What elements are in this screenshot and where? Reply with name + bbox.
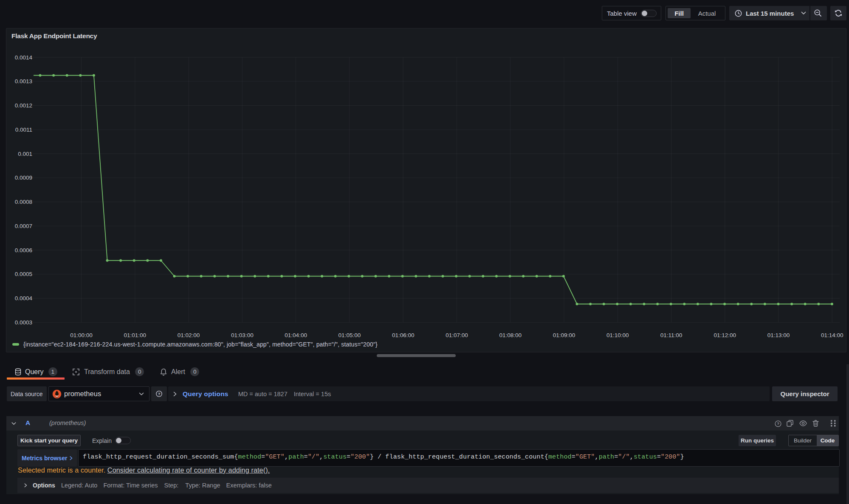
svg-text:?: ? [777,421,779,426]
svg-text:01:05:00: 01:05:00 [338,332,361,338]
svg-text:0.0004: 0.0004 [15,295,33,301]
svg-text:01:07:00: 01:07:00 [446,332,468,338]
svg-text:0.0012: 0.0012 [15,102,32,109]
svg-text:01:02:00: 01:02:00 [178,332,200,338]
svg-text:01:06:00: 01:06:00 [392,332,415,338]
svg-text:01:11:00: 01:11:00 [660,332,683,338]
svg-text:01:08:00: 01:08:00 [499,332,522,338]
svg-text:0.0008: 0.0008 [15,199,32,205]
svg-text:0.0011: 0.0011 [15,127,32,133]
svg-text:01:03:00: 01:03:00 [231,332,254,338]
svg-text:01:04:00: 01:04:00 [285,332,307,338]
svg-text:01:09:00: 01:09:00 [553,332,575,338]
svg-text:01:00:00: 01:00:00 [70,332,93,338]
svg-text:0.001: 0.001 [18,151,32,157]
svg-text:0.0013: 0.0013 [15,78,32,84]
svg-text:0.0005: 0.0005 [15,271,32,277]
svg-text:01:14:00: 01:14:00 [821,332,843,338]
svg-text:0.0003: 0.0003 [15,319,32,326]
svg-text:0.0009: 0.0009 [15,175,32,181]
svg-text:01:12:00: 01:12:00 [714,332,736,338]
svg-text:?: ? [158,392,161,396]
svg-text:0.0014: 0.0014 [15,54,33,61]
svg-text:01:10:00: 01:10:00 [606,332,629,338]
svg-text:0.0007: 0.0007 [15,223,32,229]
svg-text:0.0006: 0.0006 [15,247,32,253]
svg-text:01:01:00: 01:01:00 [124,332,147,338]
svg-text:01:13:00: 01:13:00 [767,332,790,338]
